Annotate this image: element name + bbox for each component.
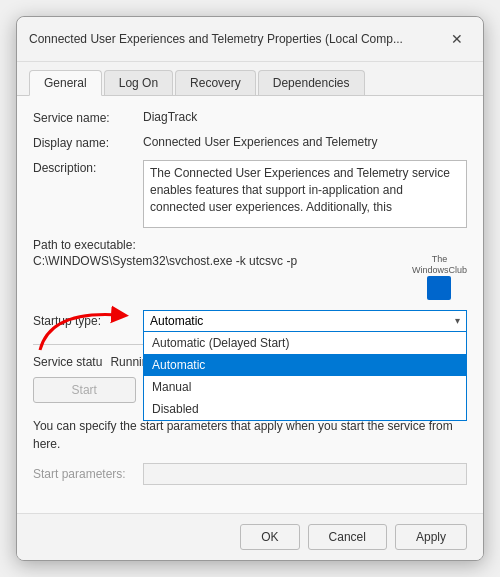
tab-dependencies[interactable]: Dependencies [258, 70, 365, 95]
startup-dropdown-list: Automatic (Delayed Start) Automatic Manu… [143, 332, 467, 421]
startup-type-row: Startup type: Automatic ▾ Automatic (Del… [33, 310, 467, 332]
description-label: Description: [33, 160, 143, 175]
tab-logon[interactable]: Log On [104, 70, 173, 95]
close-button[interactable]: ✕ [443, 25, 471, 53]
window-title: Connected User Experiences and Telemetry… [29, 32, 403, 46]
service-name-label: Service name: [33, 110, 143, 125]
display-name-row: Display name: Connected User Experiences… [33, 135, 467, 150]
path-value-row: C:\WINDOWS\System32\svchost.exe -k utcsv… [33, 254, 467, 300]
service-name-value: DiagTrack [143, 110, 467, 124]
startup-option-manual[interactable]: Manual [144, 376, 466, 398]
cancel-button[interactable]: Cancel [308, 524, 387, 550]
chevron-down-icon: ▾ [455, 315, 460, 326]
path-section: Path to executable: C:\WINDOWS\System32\… [33, 238, 467, 300]
path-label: Path to executable: [33, 238, 467, 252]
start-params-label: Start parameters: [33, 467, 143, 481]
tab-recovery[interactable]: Recovery [175, 70, 256, 95]
start-button[interactable]: Start [33, 377, 136, 403]
windows-club-badge: The WindowsClub [412, 254, 467, 300]
start-params-row: Start parameters: [33, 463, 467, 485]
apply-button[interactable]: Apply [395, 524, 467, 550]
tab-general[interactable]: General [29, 70, 102, 96]
service-status-label: Service statu [33, 355, 102, 369]
startup-dropdown[interactable]: Automatic ▾ [143, 310, 467, 332]
startup-dropdown-container: Automatic ▾ Automatic (Delayed Start) Au… [143, 310, 467, 332]
properties-window: Connected User Experiences and Telemetry… [16, 16, 484, 561]
path-value: C:\WINDOWS\System32\svchost.exe -k utcsv… [33, 254, 404, 268]
startup-current-value: Automatic [150, 314, 203, 328]
description-row: Description: The Connected User Experien… [33, 160, 467, 228]
tab-bar: General Log On Recovery Dependencies [17, 62, 483, 96]
bottom-buttons: OK Cancel Apply [17, 513, 483, 560]
startup-option-automatic[interactable]: Automatic [144, 354, 466, 376]
display-name-value: Connected User Experiences and Telemetry [143, 135, 467, 149]
windows-club-text-line1: The [432, 254, 448, 265]
info-text: You can specify the start parameters tha… [33, 417, 467, 453]
startup-type-label: Startup type: [33, 314, 143, 328]
start-params-input[interactable] [143, 463, 467, 485]
display-name-label: Display name: [33, 135, 143, 150]
startup-option-delayed[interactable]: Automatic (Delayed Start) [144, 332, 466, 354]
tab-content: Service name: DiagTrack Display name: Co… [17, 96, 483, 513]
startup-option-disabled[interactable]: Disabled [144, 398, 466, 420]
windows-club-text-line2: WindowsClub [412, 265, 467, 276]
windows-club-icon [427, 276, 451, 300]
title-bar: Connected User Experiences and Telemetry… [17, 17, 483, 62]
service-name-row: Service name: DiagTrack [33, 110, 467, 125]
ok-button[interactable]: OK [240, 524, 299, 550]
description-value: The Connected User Experiences and Telem… [143, 160, 467, 228]
